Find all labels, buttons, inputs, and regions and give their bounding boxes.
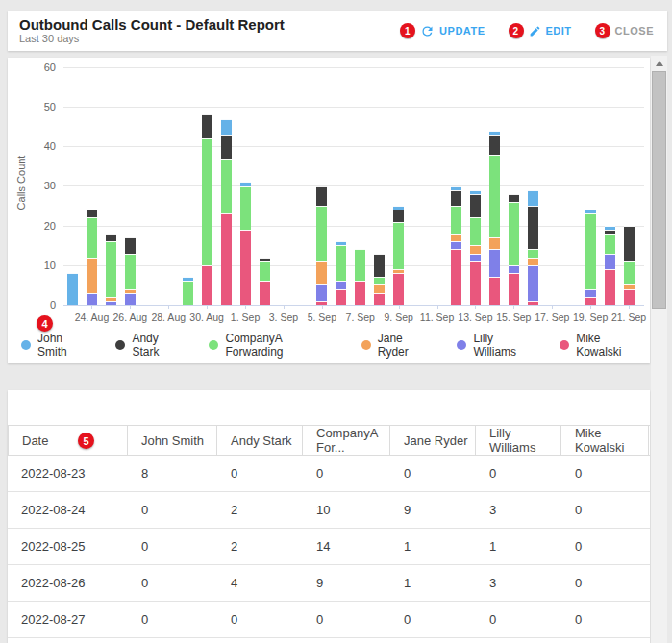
bar-segment-companya-forwarding[interactable] [202,138,212,265]
bar-2022-08-25[interactable] [106,234,116,305]
bar-2022-09-14[interactable] [489,131,500,305]
bar-2022-09-13[interactable] [470,190,481,305]
bar-2022-09-21[interactable] [624,226,635,305]
bar-segment-andy-stark[interactable] [316,186,327,207]
bar-2022-08-24[interactable] [87,210,97,305]
bar-segment-mike-kowalski[interactable] [451,249,461,305]
bar-segment-jane-ryder[interactable] [374,284,385,292]
bar-segment-companya-forwarding[interactable] [489,155,500,237]
bar-segment-companya-forwarding[interactable] [87,217,97,257]
update-button[interactable]: 1UPDATE [400,23,485,38]
bar-segment-companya-forwarding[interactable] [605,234,615,254]
bar-2022-09-16[interactable] [528,190,538,305]
bar-segment-companya-forwarding[interactable] [624,261,635,285]
bar-segment-companya-forwarding[interactable] [125,254,136,289]
bar-segment-companya-forwarding[interactable] [393,222,404,269]
bar-2022-08-30[interactable] [202,114,212,305]
bar-segment-companya-forwarding[interactable] [260,261,270,282]
bar-segment-mike-kowalski[interactable] [374,293,385,305]
bar-segment-andy-stark[interactable] [451,190,461,206]
bar-2022-09-02[interactable] [260,258,270,305]
bar-segment-mike-kowalski[interactable] [605,269,615,305]
bar-segment-companya-forwarding[interactable] [336,245,346,281]
bar-segment-mike-kowalski[interactable] [585,297,596,305]
bar-segment-lilly-williams[interactable] [509,265,519,273]
bar-segment-companya-forwarding[interactable] [240,186,251,230]
scrollbar-thumb[interactable] [652,71,666,309]
bar-segment-lilly-williams[interactable] [87,293,97,305]
bar-segment-companya-forwarding[interactable] [470,217,481,245]
bar-segment-companya-forwarding[interactable] [316,206,327,261]
bar-segment-mike-kowalski[interactable] [240,230,251,305]
bar-segment-companya-forwarding[interactable] [451,206,461,234]
bar-segment-companya-forwarding[interactable] [585,213,596,288]
legend-item-mike-kowalski[interactable]: Mike Kowalski [560,332,646,359]
bar-2022-09-15[interactable] [509,194,519,305]
bar-segment-john-smith[interactable] [67,273,78,305]
bar-segment-mike-kowalski[interactable] [489,277,500,305]
bar-2022-08-23[interactable] [67,273,78,305]
bar-segment-andy-stark[interactable] [489,135,500,155]
bar-segment-andy-stark[interactable] [393,210,404,221]
bar-2022-09-12[interactable] [451,186,461,305]
bar-segment-jane-ryder[interactable] [470,245,481,253]
bar-segment-companya-forwarding[interactable] [528,249,538,257]
edit-button[interactable]: 2EDIT [509,23,572,38]
bar-segment-lilly-williams[interactable] [336,281,346,288]
bar-segment-andy-stark[interactable] [125,237,136,253]
bar-segment-jane-ryder[interactable] [87,258,97,293]
bar-segment-andy-stark[interactable] [202,114,212,138]
bar-segment-jane-ryder[interactable] [316,261,327,285]
bar-segment-lilly-williams[interactable] [489,249,500,277]
bar-2022-08-26[interactable] [125,237,136,305]
bar-segment-companya-forwarding[interactable] [374,277,385,284]
bar-segment-lilly-williams[interactable] [451,241,461,249]
bar-segment-andy-stark[interactable] [470,194,481,218]
bar-segment-john-smith[interactable] [221,119,232,135]
bar-2022-09-01[interactable] [240,182,251,305]
bar-segment-lilly-williams[interactable] [125,293,136,305]
bar-segment-jane-ryder[interactable] [451,234,461,241]
bar-2022-08-31[interactable] [221,119,232,305]
bar-segment-mike-kowalski[interactable] [470,261,481,305]
bar-segment-lilly-williams[interactable] [470,254,481,261]
legend-item-companya-forwarding[interactable]: CompanyA Forwarding [209,332,337,359]
bar-segment-companya-forwarding[interactable] [106,241,116,297]
bar-segment-mike-kowalski[interactable] [221,213,232,305]
bar-segment-companya-forwarding[interactable] [509,202,519,265]
bar-segment-lilly-williams[interactable] [605,254,615,269]
bar-segment-andy-stark[interactable] [624,226,635,261]
bar-segment-jane-ryder[interactable] [489,237,500,249]
bar-segment-mike-kowalski[interactable] [393,273,404,305]
bar-segment-companya-forwarding[interactable] [355,249,365,281]
vertical-scrollbar[interactable] [651,56,667,643]
bar-segment-mike-kowalski[interactable] [355,281,365,305]
bar-segment-mike-kowalski[interactable] [202,265,212,305]
legend-item-john-smith[interactable]: John Smith [21,332,92,359]
bar-2022-09-06[interactable] [336,241,346,305]
scroll-up-button[interactable] [651,56,667,70]
bar-segment-mike-kowalski[interactable] [509,273,519,305]
bar-segment-andy-stark[interactable] [106,234,116,241]
bar-segment-companya-forwarding[interactable] [183,281,193,305]
bar-2022-09-09[interactable] [393,206,404,305]
bar-segment-lilly-williams[interactable] [528,265,538,301]
bar-segment-andy-stark[interactable] [221,135,232,159]
legend-item-andy-stark[interactable]: Andy Stark [115,332,186,359]
bar-segment-andy-stark[interactable] [87,210,97,217]
legend-item-jane-ryder[interactable]: Jane Ryder [361,332,435,359]
bar-segment-mike-kowalski[interactable] [336,289,346,305]
bar-segment-andy-stark[interactable] [528,206,538,249]
bar-segment-andy-stark[interactable] [374,254,385,278]
bar-2022-09-20[interactable] [605,226,615,305]
legend-item-lilly-williams[interactable]: Lilly Williams [457,332,536,359]
bar-segment-mike-kowalski[interactable] [260,281,270,305]
bar-2022-09-07[interactable] [355,249,365,305]
bar-segment-lilly-williams[interactable] [316,284,327,300]
bar-2022-08-29[interactable] [183,277,193,305]
close-button[interactable]: 3CLOSE [595,23,654,38]
bar-segment-john-smith[interactable] [528,190,538,206]
bar-segment-companya-forwarding[interactable] [221,159,232,214]
bar-2022-09-19[interactable] [585,210,596,305]
bar-segment-jane-ryder[interactable] [528,258,538,265]
